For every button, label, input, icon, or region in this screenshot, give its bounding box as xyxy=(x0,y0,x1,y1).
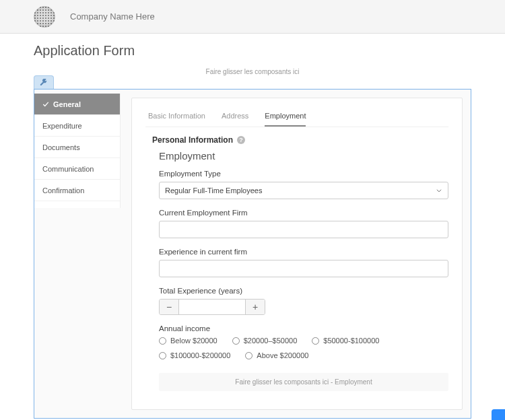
radio-icon xyxy=(232,337,240,345)
current-firm-input[interactable] xyxy=(159,221,448,238)
radio-50000-100000[interactable]: $50000-$100000 xyxy=(312,337,379,345)
employment-type-select[interactable]: Regular Full-Time Employees xyxy=(159,182,448,199)
field-label: Current Employment Firm xyxy=(159,209,448,217)
radio-icon xyxy=(159,352,166,359)
sidebar-item-confirmation[interactable]: Confirmation xyxy=(34,180,120,201)
sidebar-item-communication[interactable]: Communication xyxy=(34,158,120,180)
tab-address[interactable]: Address xyxy=(222,108,248,127)
sidebar-item-label: General xyxy=(53,100,81,108)
radio-20000-50000[interactable]: $20000–$50000 xyxy=(232,337,298,345)
topbar: Company Name Here xyxy=(0,0,505,34)
stepper-plus-button[interactable]: + xyxy=(246,300,265,314)
check-icon xyxy=(42,101,49,108)
inner-tabs: Basic Information Address Employment xyxy=(145,108,448,127)
dropzone-top[interactable]: Faire glisser les composants ici xyxy=(0,65,505,77)
radio-label: $50000-$100000 xyxy=(323,337,379,345)
radio-label: $100000-$200000 xyxy=(170,351,230,359)
radio-label: $20000–$50000 xyxy=(244,337,298,345)
sidebar-item-label: Documents xyxy=(42,143,80,151)
sidebar-item-expenditure[interactable]: Expenditure xyxy=(34,115,120,137)
section-label-text: Personal Information xyxy=(152,135,233,145)
total-experience-stepper: − + xyxy=(159,299,265,315)
field-label: Total Experience (years) xyxy=(159,287,448,295)
sidebar-item-general[interactable]: General xyxy=(34,94,120,115)
sidebar-item-documents[interactable]: Documents xyxy=(34,137,120,158)
radio-below-20000[interactable]: Below $20000 xyxy=(159,337,217,345)
radio-label: Below $20000 xyxy=(170,337,217,345)
sidebar-item-label: Communication xyxy=(42,165,94,173)
field-current-firm: Current Employment Firm xyxy=(159,209,448,238)
help-corner-button[interactable] xyxy=(492,409,505,420)
experience-current-input[interactable] xyxy=(159,260,448,277)
radio-above-200000[interactable]: Above $200000 xyxy=(245,351,308,359)
tool-tab[interactable] xyxy=(34,75,54,89)
stepper-minus-button[interactable]: − xyxy=(160,300,178,314)
stepper-value xyxy=(178,300,246,314)
field-total-experience: Total Experience (years) − + xyxy=(159,287,448,315)
section-personal-information: Personal Information ? xyxy=(152,135,448,145)
form-panel: Basic Information Address Employment Per… xyxy=(131,98,463,410)
field-label: Experience in current firm xyxy=(159,248,448,256)
radio-icon xyxy=(245,352,252,359)
dropzone-employment[interactable]: Faire glisser les composants ici - Emplo… xyxy=(159,373,448,391)
field-label: Annual income xyxy=(159,324,448,332)
subsection-employment-title: Employment xyxy=(159,150,448,162)
radio-100000-200000[interactable]: $100000-$200000 xyxy=(159,351,230,359)
tab-employment[interactable]: Employment xyxy=(265,108,306,127)
radio-icon xyxy=(312,337,319,345)
company-name: Company Name Here xyxy=(70,11,155,22)
annual-income-radios-row2: $100000-$200000 Above $200000 xyxy=(159,351,448,359)
wrench-icon xyxy=(40,79,48,87)
sidebar-item-label: Confirmation xyxy=(42,186,84,195)
company-logo xyxy=(34,6,55,28)
main-area: General Expenditure Documents Communicat… xyxy=(34,89,471,419)
select-value: Regular Full-Time Employees xyxy=(165,186,262,195)
radio-icon xyxy=(159,337,166,345)
field-employment-type: Employment Type Regular Full-Time Employ… xyxy=(159,170,448,199)
annual-income-radios: Below $20000 $20000–$50000 $50000-$10000… xyxy=(159,337,448,345)
tab-basic-information[interactable]: Basic Information xyxy=(148,108,205,127)
field-label: Employment Type xyxy=(159,170,448,178)
page-title: Application Form xyxy=(0,34,505,65)
sidebar: General Expenditure Documents Communicat… xyxy=(34,94,121,208)
field-experience-current: Experience in current firm xyxy=(159,248,448,277)
radio-label: Above $200000 xyxy=(257,351,308,359)
tool-tabstrip xyxy=(34,77,505,89)
field-annual-income: Annual income Below $20000 $20000–$50000… xyxy=(159,324,448,359)
chevron-down-icon xyxy=(436,187,442,194)
info-icon[interactable]: ? xyxy=(237,136,245,144)
sidebar-item-label: Expenditure xyxy=(42,122,82,130)
